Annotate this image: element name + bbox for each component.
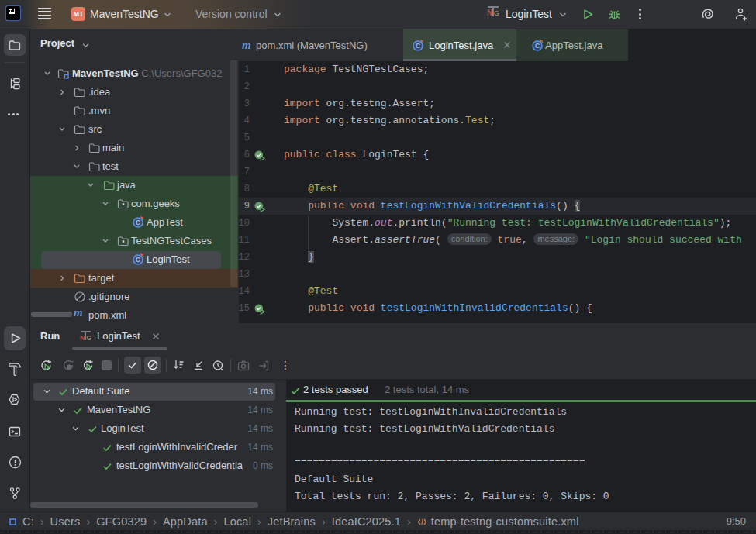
svg-text:C: C [136, 256, 140, 264]
svg-text:C: C [136, 219, 140, 226]
svg-text:C: C [416, 42, 420, 50]
svg-text:C: C [535, 42, 540, 50]
